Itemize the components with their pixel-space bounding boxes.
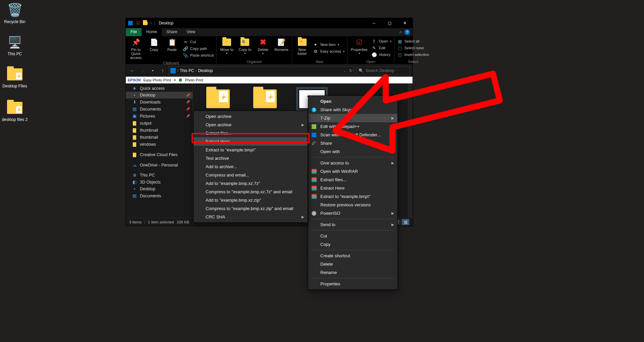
maximize-button[interactable]: ▢: [382, 18, 397, 28]
7z-add-to-archive[interactable]: Add to archive...: [194, 162, 308, 171]
ctx-open[interactable]: Open: [308, 97, 397, 106]
7z-extract-to[interactable]: Extract to "example.bmp\": [194, 146, 308, 154]
tab-share[interactable]: Share: [162, 28, 182, 36]
7z-extract-here[interactable]: Extract Here: [194, 137, 308, 146]
properties-button[interactable]: ☑Properties▾: [350, 37, 369, 59]
ctx-notepad-pp[interactable]: Edit with Notepad++: [308, 122, 397, 131]
file-item-folder[interactable]: [250, 89, 280, 109]
ctx-defender[interactable]: Scan with Microsoft Defender...: [308, 131, 397, 139]
collapse-ribbon-icon[interactable]: ᐱ: [399, 30, 402, 34]
7z-test-archive[interactable]: Test archive: [194, 154, 308, 162]
nav-creative-cloud[interactable]: ▇Creative Cloud Files: [126, 151, 193, 158]
ctx-7zip[interactable]: 7-Zip▶: [308, 114, 397, 122]
7z-compress-7z-email[interactable]: Compress to "example.bmp.xz.7z" and emai…: [194, 188, 308, 196]
select-none-button[interactable]: ▢Select none: [396, 45, 430, 51]
search-input[interactable]: 🔍 Search Desktop: [356, 66, 410, 75]
invert-selection-button[interactable]: ◫Invert selection: [396, 52, 430, 58]
ctx-rename[interactable]: Rename: [308, 268, 397, 277]
7z-add-to-7z[interactable]: Add to "example.bmp.xz.7z": [194, 179, 308, 188]
help-icon[interactable]: ?: [405, 29, 410, 35]
7z-open-archive[interactable]: Open archive: [194, 112, 308, 121]
qat-folder-icon[interactable]: [143, 20, 148, 26]
7z-crc-sha[interactable]: CRC SHA▶: [194, 213, 308, 221]
file-item-folder[interactable]: [203, 89, 233, 109]
ctx-restore-versions[interactable]: Restore previous versions: [308, 201, 397, 209]
ctx-share[interactable]: ⮳Share: [308, 139, 397, 147]
titlebar[interactable]: ☑ = | Desktop ─ ▢ ✕: [126, 18, 413, 28]
select-all-button[interactable]: ▦Select all: [396, 38, 430, 44]
breadcrumb-item[interactable]: This PC: [180, 68, 194, 73]
back-button[interactable]: ←: [128, 67, 137, 75]
breadcrumb[interactable]: › This PC › Desktop ⌄ ↻: [169, 66, 354, 75]
ctx-give-access[interactable]: Give access to▶: [308, 159, 397, 167]
nav-item[interactable]: ▇output: [126, 120, 193, 127]
view-icons-button[interactable]: ▦: [402, 219, 409, 225]
open-button[interactable]: ⭱Open ▾: [371, 38, 392, 44]
paste-button[interactable]: 📋Paste: [164, 37, 180, 60]
nav-item[interactable]: ▤Documents📌: [126, 106, 193, 113]
7z-open-archive-sub[interactable]: Open archive▶: [194, 121, 308, 129]
ctx-delete[interactable]: Delete: [308, 260, 397, 268]
ctx-copy[interactable]: Copy: [308, 240, 397, 249]
nav-item[interactable]: ▤Documents: [126, 192, 193, 199]
scrollbar[interactable]: [408, 83, 413, 218]
epson-photo-print[interactable]: Photo Print: [185, 78, 203, 82]
navigation-pane[interactable]: ★Quick access ▪Desktop📌 ⬇Downloads📌 ▤Doc…: [126, 83, 193, 218]
delete-button[interactable]: ✖Delete▾: [255, 37, 271, 59]
nav-this-pc[interactable]: 🖥This PC: [126, 172, 193, 179]
easy-access-button[interactable]: ⚙Easy access ▾: [312, 48, 345, 54]
ctx-winrar-extract-to[interactable]: Extract to "example.bmp\": [308, 192, 397, 201]
nav-item[interactable]: ◧3D Objects: [126, 179, 193, 186]
ctx-winrar-open[interactable]: Open with WinRAR: [308, 167, 397, 176]
tab-file[interactable]: File: [126, 28, 142, 36]
ctx-create-shortcut[interactable]: Create shortcut: [308, 252, 397, 260]
copy-button[interactable]: 📄Copy: [146, 37, 162, 60]
copy-path-button[interactable]: 🔗Copy path: [182, 46, 214, 52]
move-to-button[interactable]: →Move to▾: [219, 37, 235, 59]
nav-item[interactable]: ▪Desktop: [126, 186, 193, 192]
forward-button[interactable]: →: [139, 67, 147, 75]
ctx-share-skype[interactable]: SShare with Skype: [308, 106, 397, 114]
7z-add-to-zip[interactable]: Add to "example.bmp.xz.zip": [194, 196, 308, 204]
up-button[interactable]: ↑: [159, 67, 167, 75]
ctx-poweriso[interactable]: PowerISO▶: [308, 209, 397, 217]
nav-item[interactable]: ⬇Downloads📌: [126, 98, 193, 106]
ctx-open-with[interactable]: Open with▶: [308, 147, 397, 156]
rename-button[interactable]: 📝Rename: [273, 37, 290, 59]
desktop-icon-recycle-bin[interactable]: 🗑️ Recycle Bin: [1, 2, 28, 24]
nav-item[interactable]: ▇thumbnail: [126, 134, 193, 141]
new-item-button[interactable]: ✦New item ▾: [312, 42, 345, 48]
ctx-properties[interactable]: Properties: [308, 280, 397, 288]
qat-properties-icon[interactable]: ☑: [135, 20, 141, 26]
nav-item[interactable]: ▣Pictures📌: [126, 113, 193, 120]
desktop-icon-folder[interactable]: desktop files 2: [1, 100, 28, 122]
copy-to-button[interactable]: ⎘Copy to▾: [237, 37, 253, 59]
nav-item[interactable]: ▪Desktop📌: [126, 92, 193, 98]
ctx-cut[interactable]: Cut: [308, 232, 397, 240]
7z-compress-zip-email[interactable]: Compress to "example.bmp.xz.zip" and ema…: [194, 204, 308, 213]
nav-item[interactable]: ▇thumbnail: [126, 127, 193, 134]
7z-extract-files[interactable]: Extract files...: [194, 129, 308, 137]
nav-onedrive[interactable]: ☁OneDrive - Personal: [126, 161, 193, 168]
new-folder-button[interactable]: ✦New folder: [294, 37, 310, 59]
nav-quick-access[interactable]: ★Quick access: [126, 85, 193, 92]
close-button[interactable]: ✕: [397, 18, 413, 28]
edit-button[interactable]: ✎Edit: [371, 45, 392, 51]
minimize-button[interactable]: ─: [366, 18, 382, 28]
breadcrumb-item[interactable]: Desktop: [198, 68, 213, 73]
tab-view[interactable]: View: [182, 28, 200, 36]
ctx-send-to[interactable]: Send to▶: [308, 220, 397, 229]
7z-compress-email[interactable]: Compress and email...: [194, 171, 308, 179]
recent-button[interactable]: ▾: [149, 67, 157, 75]
nav-item[interactable]: ▇windows: [126, 141, 193, 148]
ctx-winrar-extract-here[interactable]: Extract Here: [308, 184, 397, 192]
cut-button[interactable]: ✂Cut: [182, 39, 214, 45]
ctx-winrar-extract-files[interactable]: Extract files...: [308, 176, 397, 184]
history-button[interactable]: 🕑History: [371, 52, 392, 58]
paste-shortcut-button[interactable]: 📎Paste shortcut: [182, 52, 214, 58]
epson-easy-print[interactable]: Easy Photo Print: [144, 78, 171, 82]
pin-quick-access-button[interactable]: 📌Pin to Quick access: [128, 37, 144, 60]
desktop-icon-folder[interactable]: Desktop FIles: [1, 66, 28, 88]
desktop-icon-this-pc[interactable]: 🖥️ This PC: [1, 34, 28, 56]
tab-home[interactable]: Home: [142, 28, 162, 36]
